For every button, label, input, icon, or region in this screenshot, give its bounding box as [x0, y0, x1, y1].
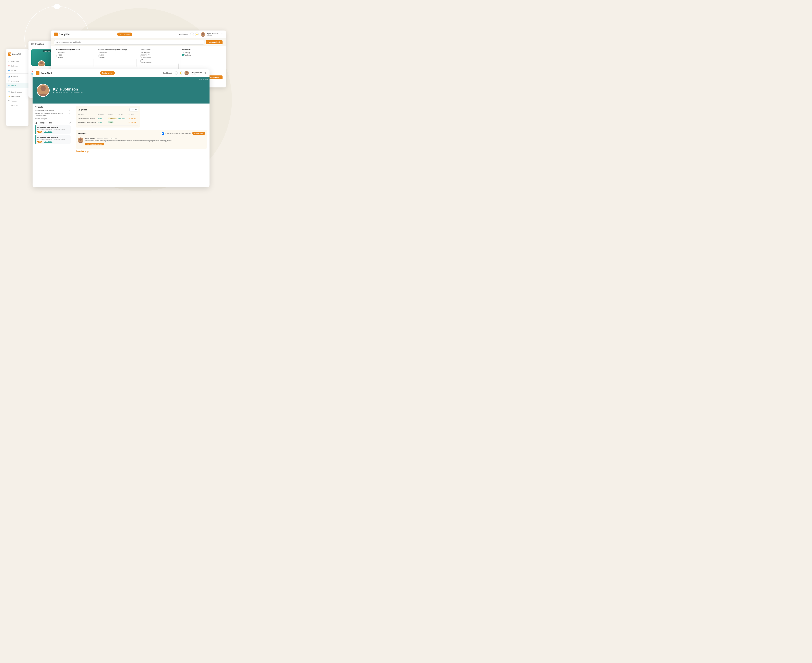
msg-preview: You: I learned a lot in the last group s… [85, 140, 173, 142]
th-title: Group title ↕ [78, 114, 97, 115]
sidebar-item-dashboard[interactable]: ⊞ Dashboard [6, 59, 29, 64]
checkbox-addiction[interactable] [56, 52, 57, 53]
new-message-btn[interactable]: New message [192, 132, 205, 135]
group-info-1[interactable]: Details [98, 118, 107, 120]
sidebar-item-groups[interactable]: 👥 Groups [6, 68, 29, 73]
dash-left-col: My goals • Stop these panic attacks 🗑 • … [32, 103, 73, 184]
msg-meta: Alicia Santos March 16, 2022 at 19:46:27… [85, 137, 173, 139]
dash-refresh-icon[interactable]: ↺ [204, 71, 206, 74]
get-matched-btn-top[interactable]: Get matched [205, 40, 223, 44]
goals-section-title: My goals [35, 106, 71, 108]
dash-body: My goals • Stop these panic attacks 🗑 • … [32, 103, 210, 184]
notify-checkbox-input[interactable] [162, 132, 164, 135]
msg-reply-btn[interactable]: See messages and reply [85, 143, 104, 146]
sidebar-item-signout[interactable]: ↪ Sign Out [6, 103, 29, 108]
session-cant-2[interactable]: Can't attend? [44, 141, 52, 142]
checkbox-therapy[interactable] [182, 52, 184, 53]
search-refresh-icon[interactable]: ↺ [220, 33, 223, 36]
sidebar-item-account[interactable]: ⚙ Account [6, 99, 29, 103]
svg-point-2 [202, 33, 204, 35]
sessions-info-icon[interactable]: ⓘ [69, 121, 71, 124]
dash-nav-icons: ? 🔔 [174, 71, 183, 75]
search-input[interactable] [54, 40, 204, 45]
groups-filter-select[interactable]: All [129, 108, 138, 112]
session-join-2[interactable]: Join [37, 141, 42, 142]
messages-title: Messages [78, 133, 86, 134]
search-nav-logo-text: GroupWell [59, 33, 70, 36]
group-title-1: Living A Healthy Lifestyle [78, 118, 97, 120]
dash-find-group-btn[interactable]: Find a group [100, 71, 115, 75]
group-progress-2[interactable]: My Journey [129, 121, 138, 123]
group-info-2[interactable]: Details [98, 121, 107, 123]
filter-additional-title: Additional Conditions (choose many): [98, 49, 136, 50]
filter-addiction: Addiction [56, 51, 94, 54]
search-icon: 🔍 [8, 91, 10, 93]
search-bell-icon[interactable]: 🔔 [195, 32, 199, 36]
dash-banner: Change color Kylie Johnson ✦ THIS IS YOU… [32, 77, 210, 103]
message-item-1: Alicia Santos March 16, 2022 at 19:46:27… [78, 136, 205, 147]
svg-point-4 [40, 86, 45, 91]
checkbox-wellness[interactable] [182, 54, 184, 56]
goal-item-2: • Enjoy being around people instead of a… [35, 112, 71, 117]
change-color-btn[interactable]: Change color [199, 79, 208, 80]
sidebar-item-profile[interactable]: 🪪 Profile [6, 83, 29, 88]
table-row: Living A Healthy Lifestyle Details Onboa… [78, 117, 138, 120]
checkbox-lgbtqia[interactable] [140, 54, 142, 56]
checkbox-women[interactable] [140, 59, 142, 61]
session-title-1: Covid Long Haul & Anxiety [37, 126, 69, 128]
apply-filters-btn[interactable]: Get matched [208, 76, 223, 79]
checkbox-anxiety[interactable] [56, 57, 57, 58]
filter-primary-condition: Primary Condition (choose one): Addictio… [54, 48, 96, 73]
goal-delete-1[interactable]: 🗑 [69, 110, 71, 112]
messages-header: Messages Notify me about new messages by… [78, 132, 205, 135]
search-nav-icons: ? 🔔 [190, 32, 199, 36]
search-find-group-btn[interactable]: Find a group [117, 32, 133, 36]
sidebar-item-messages[interactable]: ✉ Messages [6, 79, 29, 83]
filter-lgbtqia: LGBTQIA+ [140, 54, 179, 56]
checkbox-add-addiction[interactable] [98, 52, 99, 53]
search-help-icon[interactable]: ? [190, 32, 194, 36]
dash-user-avatar [184, 71, 189, 75]
filter-browse-all: Browse all: Therapy Wellness [180, 48, 223, 73]
goal-item-1: • Stop these panic attacks 🗑 [35, 109, 71, 112]
filter-neurodiverse: Neurodiverse [140, 61, 179, 63]
practice-photo-box: Change cover [31, 49, 52, 66]
dash-logo: GroupWell [36, 71, 52, 75]
checkbox-add-adhd[interactable] [98, 54, 99, 56]
svg-point-3 [186, 71, 188, 73]
sidebar-item-notifications[interactable]: 🔔 Notifications [6, 94, 29, 99]
filter-add-addiction: Addiction [98, 51, 136, 54]
checkbox-add-anxiety[interactable] [98, 57, 99, 58]
search-nav-right: Dashboard ? 🔔 Kylie Johnson Member ↺ [179, 32, 223, 37]
notifications-icon: 🔔 [8, 95, 10, 97]
dash-banner-user-info: Kylie Johnson ✦ THIS IS YOUR PRIVATE DAS… [53, 87, 83, 94]
sidebar-item-members[interactable]: 👤 Members [6, 74, 29, 79]
svg-point-5 [79, 138, 82, 141]
session-card-1: Covid Long Haul & Anxiety Apr 15, 2022, … [35, 125, 71, 134]
dash-help-icon[interactable]: ? [174, 71, 178, 75]
sidebar-item-search[interactable]: 🔍 Search groups [6, 90, 29, 94]
logo-icon [8, 52, 11, 56]
dash-logo-icon [36, 71, 39, 75]
session-join-1[interactable]: Join [37, 131, 42, 133]
checkbox-adhd[interactable] [56, 54, 57, 56]
checkbox-neurodiverse[interactable] [140, 61, 142, 63]
group-todo-1[interactable]: Next action [118, 118, 128, 119]
sidebar-item-calendar[interactable]: 📅 Calendar [6, 64, 29, 68]
session-cant-1[interactable]: Can't attend? [44, 131, 52, 133]
checkbox-transgender[interactable] [140, 57, 142, 58]
change-cover-btn[interactable]: Change cover [43, 50, 51, 52]
goal-delete-2[interactable]: 🗑 [69, 112, 71, 115]
filter-wellness: Wellness [182, 54, 221, 56]
search-user-info: Kylie Johnson Member [207, 33, 218, 36]
checkbox-caregivers[interactable] [140, 52, 142, 53]
dash-bell-icon[interactable]: 🔔 [179, 71, 183, 75]
filter-add-anxiety: Anxiety [98, 56, 136, 58]
dash-private-label: ✦ THIS IS YOUR PRIVATE DASHBOARD [53, 92, 83, 94]
sidebar-logo-text: GroupWell [12, 53, 21, 55]
filter-communities: Communities: Caregivers LGBTQIA+ Transge… [138, 48, 180, 73]
goals-list: • Stop these panic attacks 🗑 • Enjoy bei… [35, 109, 71, 120]
goal-add-btn[interactable]: + Enter your goal [35, 118, 71, 120]
signout-icon: ↪ [8, 104, 10, 107]
group-progress-1[interactable]: My Journey [129, 118, 138, 119]
